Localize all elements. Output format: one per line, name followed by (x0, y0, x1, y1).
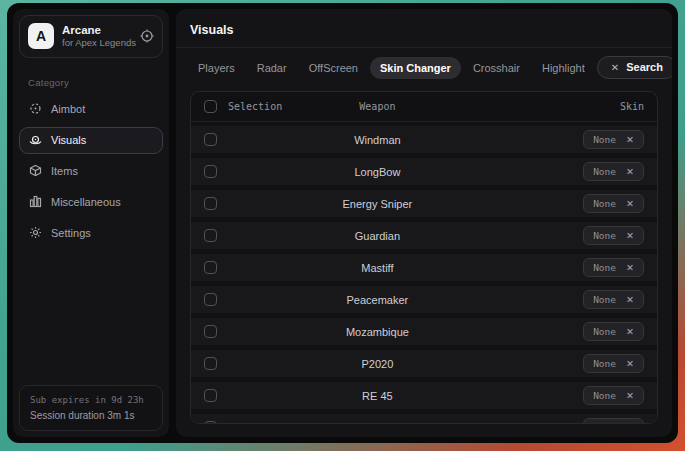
row-checkbox[interactable] (204, 293, 217, 306)
skin-value: None (593, 358, 616, 369)
search-icon: ✕ (611, 63, 619, 73)
skin-value: None (593, 422, 616, 424)
sidebar-item-items[interactable]: Items (19, 158, 163, 185)
row-checkbox[interactable] (204, 261, 217, 274)
sidebar-item-visuals[interactable]: Visuals (19, 127, 163, 154)
skin-value: None (593, 230, 616, 241)
clear-skin-icon[interactable]: ✕ (626, 231, 634, 241)
target-icon[interactable] (140, 29, 154, 43)
tab-offscreen[interactable]: OffScreen (299, 57, 368, 79)
clear-skin-icon[interactable]: ✕ (626, 295, 634, 305)
weapon-name: Mozambique (346, 326, 409, 338)
weapon-name: Guardian (355, 230, 400, 242)
weapon-name: Peacemaker (347, 294, 409, 306)
weapon-name: P2020 (361, 358, 393, 370)
sidebar-item-label: Miscellaneous (51, 196, 121, 208)
sidebar-item-aimbot[interactable]: Aimbot (19, 96, 163, 123)
row-checkbox[interactable] (204, 133, 217, 146)
weapon-name: Changemaker (343, 422, 412, 425)
column-header-weapon: Weapon (359, 101, 395, 112)
table-row: Energy Sniper None ✕ (191, 190, 657, 217)
main-panel: Visuals Players Radar OffScreen Skin Cha… (176, 9, 672, 437)
table-row: LongBow None ✕ (191, 158, 657, 185)
sidebar-item-miscellaneous[interactable]: Miscellaneous (19, 189, 163, 216)
skin-value: None (593, 166, 616, 177)
skin-select[interactable]: None ✕ (583, 322, 644, 341)
table-row: Windman None ✕ (191, 126, 657, 153)
table-header-row: Selection Weapon Skin (191, 92, 657, 122)
app-name: Arcane (62, 23, 132, 37)
tab-players[interactable]: Players (188, 57, 245, 79)
clear-skin-icon[interactable]: ✕ (626, 167, 634, 177)
tab-radar[interactable]: Radar (247, 57, 297, 79)
app-info: Arcane for Apex Legends (62, 23, 132, 50)
sidebar-spacer (13, 249, 169, 379)
skin-select[interactable]: None ✕ (583, 290, 644, 309)
skin-value: None (593, 262, 616, 273)
clear-skin-icon[interactable]: ✕ (626, 199, 634, 209)
table-row: Mastiff None ✕ (191, 254, 657, 281)
category-label: Category (28, 77, 169, 88)
skin-select[interactable]: None ✕ (583, 162, 644, 181)
session-duration-text: Session duration 3m 1s (30, 408, 152, 423)
column-header-skin: Skin (620, 101, 644, 112)
weapon-name: Windman (354, 134, 400, 146)
row-checkbox[interactable] (204, 197, 217, 210)
sidebar-item-settings[interactable]: Settings (19, 220, 163, 247)
table-body: Windman None ✕ LongBow None ✕ (191, 122, 657, 424)
clear-skin-icon[interactable]: ✕ (626, 263, 634, 273)
app-subtitle: for Apex Legends (62, 37, 132, 49)
skin-select[interactable]: None ✕ (583, 130, 644, 149)
search-button-label: Search (626, 62, 663, 73)
skin-select[interactable]: None ✕ (583, 226, 644, 245)
clear-skin-icon[interactable]: ✕ (626, 327, 634, 337)
sidebar-item-label: Visuals (51, 134, 86, 146)
skin-select[interactable]: None ✕ (583, 258, 644, 277)
row-checkbox[interactable] (204, 325, 217, 338)
sidebar-item-label: Settings (51, 227, 91, 239)
clear-skin-icon[interactable]: ✕ (626, 423, 634, 424)
skin-value: None (593, 390, 616, 401)
skin-changer-table: Selection Weapon Skin Windman None ✕ Lon… (190, 91, 658, 424)
table-row: RE 45 None ✕ (191, 382, 657, 409)
skin-select[interactable]: None ✕ (583, 386, 644, 405)
skin-select[interactable]: None ✕ (583, 354, 644, 373)
weapon-name: LongBow (354, 166, 400, 178)
table-row: Changemaker None ✕ (191, 414, 657, 424)
skin-value: None (593, 198, 616, 209)
subscription-card: Sub expires in 9d 23h Session duration 3… (19, 385, 163, 431)
row-checkbox[interactable] (204, 389, 217, 402)
sidebar: A Arcane for Apex Legends Category Aimbo (13, 9, 169, 437)
clear-skin-icon[interactable]: ✕ (626, 135, 634, 145)
search-button[interactable]: ✕ Search (597, 56, 672, 79)
row-checkbox[interactable] (204, 229, 217, 242)
tab-crosshair[interactable]: Crosshair (463, 57, 530, 79)
weapon-name: RE 45 (362, 390, 393, 402)
clear-skin-icon[interactable]: ✕ (626, 359, 634, 369)
tab-bar: Players Radar OffScreen Skin Changer Cro… (176, 48, 672, 86)
app-window: A Arcane for Apex Legends Category Aimbo (7, 3, 678, 443)
crosshair-icon (29, 102, 42, 117)
column-header-selection: Selection (228, 101, 282, 112)
skin-value: None (593, 326, 616, 337)
eye-icon (29, 133, 42, 148)
weapon-name: Mastiff (361, 262, 393, 274)
skin-select[interactable]: None ✕ (583, 418, 644, 424)
row-checkbox[interactable] (204, 357, 217, 370)
skin-select[interactable]: None ✕ (583, 194, 644, 213)
table-row: Peacemaker None ✕ (191, 286, 657, 313)
tab-skin-changer[interactable]: Skin Changer (370, 57, 461, 79)
sidebar-item-label: Aimbot (51, 103, 85, 115)
sidebar-item-label: Items (51, 165, 78, 177)
select-all-checkbox[interactable] (204, 100, 217, 113)
tab-highlight[interactable]: Highlight (532, 57, 595, 79)
gear-icon (29, 226, 42, 241)
app-header-card: A Arcane for Apex Legends (19, 15, 163, 58)
skin-value: None (593, 294, 616, 305)
row-checkbox[interactable] (204, 421, 217, 424)
table-row: Guardian None ✕ (191, 222, 657, 249)
row-checkbox[interactable] (204, 165, 217, 178)
clear-skin-icon[interactable]: ✕ (626, 391, 634, 401)
sub-expiry-text: Sub expires in 9d 23h (30, 393, 152, 408)
weapon-name: Energy Sniper (343, 198, 413, 210)
